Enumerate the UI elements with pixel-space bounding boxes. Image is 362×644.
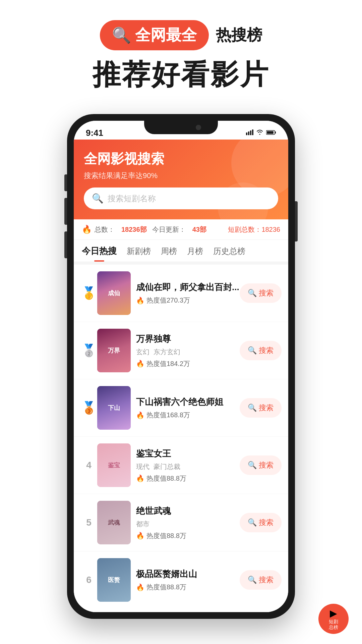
phone-notch xyxy=(144,121,218,134)
heat-icon: 🔥 xyxy=(136,360,144,368)
rank-badge-3: 🥉 xyxy=(80,401,97,415)
rank-badge-1: 🥇 xyxy=(80,286,97,300)
list-item[interactable]: 🥇 成仙 成仙在即，师父拿出百封... 🔥 热度值270.3万 xyxy=(74,265,288,322)
search-button-2[interactable]: 🔍 搜索 xyxy=(240,341,282,360)
list-item[interactable]: 6 医赘 极品医赘婿出山 🔥 热度值88.8万 🔍 xyxy=(74,551,288,612)
item-title-4: 鉴宝女王 xyxy=(136,448,240,460)
wifi-icon xyxy=(256,128,263,137)
battery-icon xyxy=(266,128,276,137)
app-header: 全网影视搜索 搜索结果满足率达90% 🔍 搜索短剧名称 xyxy=(74,140,288,219)
status-time: 9:41 xyxy=(86,128,103,138)
search-button-4[interactable]: 🔍 搜索 xyxy=(240,455,282,475)
item-info-4: 鉴宝女王 现代 豪门总裁 🔥 热度值88.8万 xyxy=(136,448,240,483)
item-title-2: 万界独尊 xyxy=(136,333,240,345)
rank-num-6: 6 xyxy=(80,575,97,585)
item-title-1: 成仙在即，师父拿出百封... xyxy=(136,281,240,293)
item-info-3: 下山祸害六个绝色师姐 🔥 热度值168.8万 xyxy=(136,396,240,420)
rank-num-5: 5 xyxy=(80,517,97,528)
list-item[interactable]: 🥉 下山 下山祸害六个绝色师姐 🔥 热度值168.8万 xyxy=(74,379,288,437)
svg-rect-6 xyxy=(267,131,274,134)
svg-rect-3 xyxy=(252,129,253,135)
rank-badge-2: 🥈 xyxy=(80,343,97,358)
cover-2: 万界 xyxy=(97,329,131,372)
search-button-3[interactable]: 🔍 搜索 xyxy=(240,398,282,418)
heat-icon: 🔥 xyxy=(136,583,144,591)
search-btn-icon: 🔍 xyxy=(248,576,257,584)
cover-5: 武魂 xyxy=(97,501,131,544)
cover-1: 成仙 xyxy=(97,271,131,315)
list-item[interactable]: 🥈 万界 万界独尊 玄幻 东方玄幻 🔥 xyxy=(74,322,288,379)
ranking-list: 🥇 成仙 成仙在即，师父拿出百封... 🔥 热度值270.3万 xyxy=(74,265,288,612)
list-item[interactable]: 4 鉴宝 鉴宝女王 现代 豪门总裁 🔥 xyxy=(74,437,288,494)
tab-month[interactable]: 月榜 xyxy=(187,246,203,261)
promo-subtitle: 推荐好看影片 xyxy=(13,56,349,94)
stats-today-count: 43部 xyxy=(192,225,206,234)
svg-rect-5 xyxy=(275,131,276,133)
stats-today-label: 今日更新： xyxy=(152,225,186,234)
item-heat-1: 🔥 热度值270.3万 xyxy=(136,296,240,305)
tabs-bar: 今日热搜 新剧榜 周榜 月榜 历史总榜 xyxy=(74,240,288,262)
header-subtitle: 搜索结果满足率达90% xyxy=(84,171,278,181)
search-box[interactable]: 🔍 搜索短剧名称 xyxy=(84,187,278,209)
item-info-2: 万界独尊 玄幻 东方玄幻 🔥 热度值184.2万 xyxy=(136,333,240,368)
signal-icon xyxy=(246,128,253,137)
svg-rect-0 xyxy=(246,132,247,135)
item-heat-4: 🔥 热度值88.8万 xyxy=(136,474,240,483)
search-button-5[interactable]: 🔍 搜索 xyxy=(240,513,282,532)
tab-history[interactable]: 历史总榜 xyxy=(213,246,245,261)
search-btn-icon: 🔍 xyxy=(248,518,257,527)
search-btn-icon: 🔍 xyxy=(248,346,257,355)
item-tags-5: 都市 xyxy=(136,520,240,529)
stats-bar: 🔥 总数： 18236部 今日更新： 43部 短剧总数：18236 xyxy=(74,219,288,240)
search-button-6[interactable]: 🔍 搜索 xyxy=(240,570,282,590)
promo-badge-text: 全网最全 xyxy=(135,25,197,46)
cover-6: 医赘 xyxy=(97,558,131,602)
heat-icon: 🔥 xyxy=(136,411,144,419)
tab-week[interactable]: 周榜 xyxy=(161,246,177,261)
heat-icon: 🔥 xyxy=(136,474,144,482)
stats-flame-icon: 🔥 xyxy=(82,225,92,234)
watermark-icon: ▶ xyxy=(330,608,337,619)
stats-total-count: 18236部 xyxy=(121,225,147,234)
heat-icon: 🔥 xyxy=(136,532,144,540)
phone-screen: 9:41 全网影视搜索 搜索结果满足率达90% xyxy=(74,121,288,612)
search-btn-icon: 🔍 xyxy=(248,461,257,470)
search-icon: 🔍 xyxy=(92,193,104,204)
item-title-5: 绝世武魂 xyxy=(136,505,240,517)
cover-4: 鉴宝 xyxy=(97,443,131,487)
rank-num-4: 4 xyxy=(80,460,97,471)
promo-section: 🔍 全网最全 热搜榜 推荐好看影片 xyxy=(0,0,362,107)
side-button-left xyxy=(64,231,67,258)
item-info-5: 绝世武魂 都市 🔥 热度值88.8万 xyxy=(136,505,240,540)
search-btn-icon: 🔍 xyxy=(248,289,257,298)
item-heat-5: 🔥 热度值88.8万 xyxy=(136,531,240,540)
item-tags-2: 玄幻 东方玄幻 xyxy=(136,347,240,357)
svg-rect-2 xyxy=(250,130,251,135)
front-camera xyxy=(196,125,201,130)
volume-up-button xyxy=(64,198,67,225)
watermark-text: 短剧总榜 xyxy=(329,619,338,630)
item-heat-3: 🔥 热度值168.8万 xyxy=(136,411,240,420)
status-icons xyxy=(246,128,276,137)
item-title-3: 下山祸害六个绝色师姐 xyxy=(136,396,240,408)
item-info-1: 成仙在即，师父拿出百封... 🔥 热度值270.3万 xyxy=(136,281,240,305)
search-icon-promo: 🔍 xyxy=(112,26,131,44)
cover-3: 下山 xyxy=(97,386,131,430)
item-heat-2: 🔥 热度值184.2万 xyxy=(136,359,240,368)
power-button xyxy=(295,201,298,241)
phone-mockup: 9:41 全网影视搜索 搜索结果满足率达90% xyxy=(67,114,295,619)
heat-icon: 🔥 xyxy=(136,297,144,305)
search-btn-icon: 🔍 xyxy=(248,404,257,412)
list-item[interactable]: 5 武魂 绝世武魂 都市 🔥 热度值88.8万 xyxy=(74,494,288,551)
promo-title-suffix: 热搜榜 xyxy=(216,26,262,44)
svg-rect-1 xyxy=(248,131,249,135)
tab-hot[interactable]: 今日热搜 xyxy=(82,245,117,262)
item-info-6: 极品医赘婿出山 🔥 热度值88.8万 xyxy=(136,568,240,592)
item-title-6: 极品医赘婿出山 xyxy=(136,568,240,580)
search-button-1[interactable]: 🔍 搜索 xyxy=(240,283,282,303)
tab-new[interactable]: 新剧榜 xyxy=(127,246,151,261)
header-title: 全网影视搜索 xyxy=(84,150,278,168)
stats-total-label: 总数： xyxy=(95,225,115,234)
stats-right: 短剧总数：18236 xyxy=(228,225,280,234)
item-heat-6: 🔥 热度值88.8万 xyxy=(136,583,240,592)
